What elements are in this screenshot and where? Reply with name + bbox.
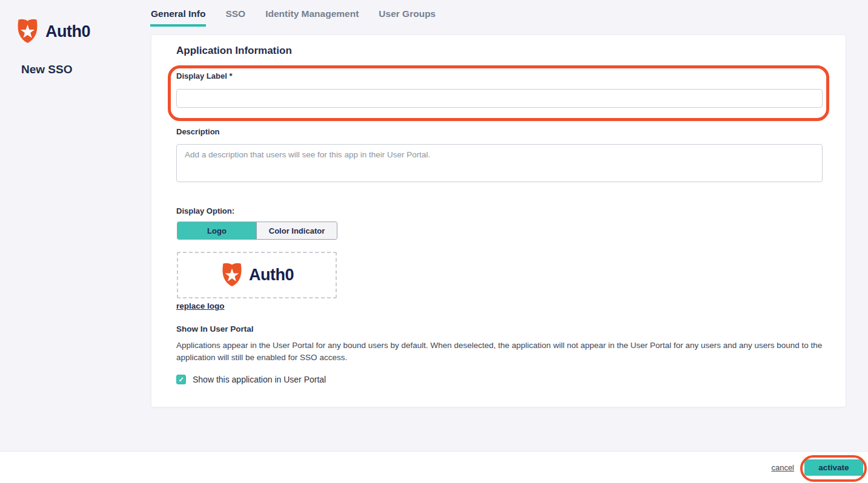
checked-checkbox[interactable]: ✓	[176, 375, 186, 384]
display-option-toggle: Logo Color Indicator	[177, 222, 337, 240]
description-label: Description	[176, 127, 220, 137]
display-option-label: Display Option:	[176, 206, 234, 216]
footer-action-bar: cancel activate	[0, 451, 868, 483]
show-in-user-portal-checkbox-row[interactable]: ✓ Show this application in User Portal	[176, 375, 326, 384]
tab-general-info[interactable]: General Info	[150, 0, 206, 27]
auth0-shield-icon	[15, 19, 40, 44]
auth0-shield-icon	[220, 263, 244, 288]
auth0-logo: Auth0	[15, 19, 90, 44]
toggle-option-color-indicator[interactable]: Color Indicator	[256, 222, 337, 239]
application-info-card: Application Information Display Label * …	[151, 34, 846, 407]
cancel-link[interactable]: cancel	[771, 463, 794, 472]
tab-sso[interactable]: SSO	[225, 0, 246, 27]
display-label-input[interactable]	[176, 89, 823, 108]
tab-bar: General Info SSO Identity Management Use…	[150, 0, 436, 27]
display-label-label: Display Label *	[176, 71, 232, 81]
tab-identity-management[interactable]: Identity Management	[265, 0, 359, 27]
replace-logo-link[interactable]: replace logo	[176, 301, 225, 310]
show-in-user-portal-description: Applications appear in the User Portal f…	[176, 340, 823, 364]
logo-preview-dropzone[interactable]: Auth0	[177, 252, 337, 298]
brand-name: Auth0	[45, 22, 90, 41]
checkmark-icon: ✓	[178, 376, 184, 383]
section-title: Application Information	[176, 45, 292, 57]
activate-button[interactable]: activate	[804, 459, 863, 476]
logo-preview-brand-name: Auth0	[249, 266, 294, 284]
checkbox-label: Show this application in User Portal	[193, 375, 326, 384]
description-textarea[interactable]	[176, 144, 823, 182]
page-title: New SSO	[21, 63, 72, 76]
toggle-option-logo[interactable]: Logo	[177, 222, 256, 239]
tab-user-groups[interactable]: User Groups	[378, 0, 436, 27]
show-in-user-portal-title: Show In User Portal	[176, 324, 254, 334]
